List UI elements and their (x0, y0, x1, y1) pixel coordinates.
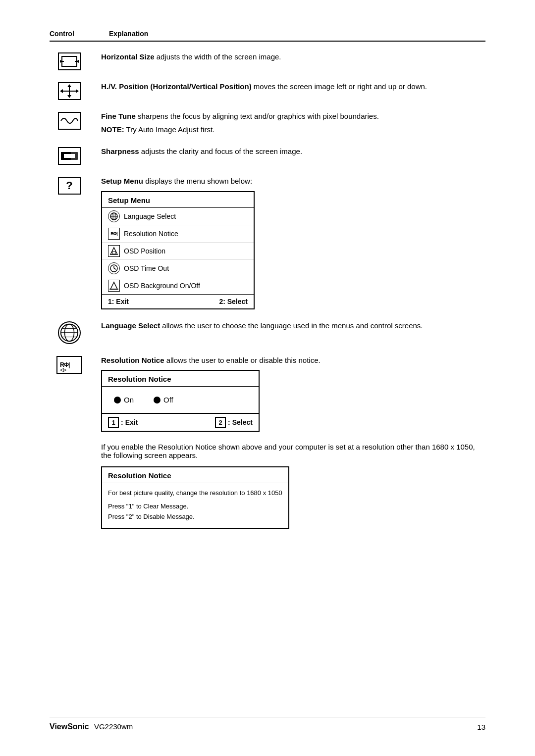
fine-tune-icon (58, 112, 81, 130)
row-fine-tune: Fine Tune sharpens the focus by aligning… (50, 111, 485, 135)
resolution-notice-box2-container: Resolution Notice For best picture quali… (101, 466, 485, 529)
resolution-notice-box2-title: Resolution Notice (102, 467, 288, 483)
svg-line-23 (114, 268, 116, 269)
svg-marker-8 (67, 95, 71, 98)
resolution-notice-box2: Resolution Notice For best picture quali… (101, 466, 289, 529)
footer-model: VG2230wm (94, 722, 133, 731)
svg-marker-9 (60, 89, 63, 93)
language-select-icon (58, 321, 81, 344)
fine-tune-text: Fine Tune sharpens the focus by aligning… (101, 111, 485, 135)
language-select-menu-icon (108, 210, 120, 222)
setup-menu-exit: 1: Exit (108, 298, 129, 305)
osd-timeout-label: OSD Time Out (124, 264, 169, 272)
off-label: Off (163, 396, 173, 404)
radio-off: Off (154, 396, 173, 404)
radio-dot-on (114, 397, 121, 403)
fine-tune-note: NOTE: Try Auto Image Adjust first. (101, 124, 485, 136)
language-select-label: Language Select (124, 212, 176, 220)
horizontal-size-icon (58, 52, 81, 70)
svg-marker-7 (67, 84, 71, 87)
setup-menu-item-language: Language Select (102, 208, 254, 225)
table-header: Control Explanation (50, 30, 485, 42)
select-btn: 2 : Select (215, 417, 253, 428)
exit-num: 1 (108, 417, 119, 428)
fine-tune-icon-cell (50, 111, 89, 130)
select-colon: : (228, 418, 230, 426)
resolution-notice-box: Resolution Notice On Off 1 : Exi (101, 370, 260, 432)
row-language-select: Language Select allows the user to choos… (50, 320, 485, 344)
svg-rect-0 (62, 56, 77, 66)
select-text: Select (232, 418, 253, 426)
resolution-box2-line3: Press "2" to Disable Message. (108, 512, 282, 522)
setup-menu-item-osd-timeout: OSD Time Out (102, 260, 254, 277)
resolution-notice-icon: RΦ| ◁▷ (56, 356, 82, 374)
footer-brand: ViewSonic (50, 722, 89, 731)
svg-rect-13 (64, 154, 75, 158)
radio-dot-off (154, 397, 160, 403)
osd-bg-menu-icon (108, 280, 120, 292)
svg-marker-10 (76, 89, 79, 93)
resolution-notice-menu-icon: RΦ| (108, 228, 120, 240)
row-setup-menu: ? Setup Menu displays the menu shown bel… (50, 176, 485, 309)
hv-position-text: H./V. Position (Horizontal/Vertical Posi… (101, 81, 485, 93)
row-resolution-notice: RΦ| ◁▷ Resolution Notice allows the user… (50, 355, 485, 432)
select-num: 2 (215, 417, 226, 428)
hv-position-icon (58, 82, 81, 100)
setup-menu-box-title: Setup Menu (102, 192, 254, 208)
setup-menu-item-osd-position: OSD Position (102, 243, 254, 260)
on-label: On (124, 396, 134, 404)
horizontal-size-text: Horizontal Size adjusts the width of the… (101, 51, 485, 63)
resolution-options: On Off (102, 387, 259, 413)
setup-menu-icon-cell: ? (50, 176, 89, 195)
svg-text:◁▷: ◁▷ (59, 367, 67, 372)
sharpness-icon (58, 147, 81, 165)
row-horizontal-size: Horizontal Size adjusts the width of the… (50, 51, 485, 70)
explanation-header: Explanation (109, 30, 148, 38)
exit-label: : (121, 418, 123, 426)
resolution-notice-box2-content: For best picture quality, change the res… (102, 483, 288, 528)
language-select-text: Language Select allows the user to choos… (101, 320, 485, 332)
resolution-notice-box-title: Resolution Notice (102, 371, 259, 387)
svg-marker-19 (110, 248, 117, 254)
svg-marker-24 (110, 282, 117, 289)
resolution-notice-icon-cell: RΦ| ◁▷ (50, 355, 89, 374)
row-hv-position: H./V. Position (Horizontal/Vertical Posi… (50, 81, 485, 100)
osd-timeout-menu-icon (108, 262, 120, 274)
resolution-box2-line1: For best picture quality, change the res… (108, 488, 282, 499)
resolution-paragraph: If you enable the Resolution Notice show… (101, 443, 485, 459)
setup-menu-text: Setup Menu displays the menu shown below… (101, 176, 485, 309)
setup-menu-item-resolution: RΦ| Resolution Notice (102, 225, 254, 243)
sharpness-icon-cell (50, 146, 89, 165)
footer-brand-model: ViewSonic VG2230wm (50, 722, 133, 731)
language-select-icon-cell (50, 320, 89, 344)
control-header: Control (50, 30, 89, 38)
hv-position-icon-cell (50, 81, 89, 100)
page-footer: ViewSonic VG2230wm 13 (50, 717, 485, 731)
setup-menu-select: 2: Select (219, 298, 248, 305)
resolution-box2-line2: Press "1" to Clear Message. (108, 502, 282, 512)
horizontal-size-icon-cell (50, 51, 89, 70)
osd-bg-label: OSD Background On/Off (124, 282, 200, 290)
setup-menu-box: Setup Menu Language Select (101, 191, 255, 309)
page-container: Control Explanation Horizontal Size adju… (0, 0, 535, 756)
osd-position-menu-icon (108, 245, 120, 257)
osd-position-label: OSD Position (124, 247, 165, 255)
sharpness-text: Sharpness adjusts the clarity and focus … (101, 146, 485, 157)
svg-text:?: ? (66, 179, 72, 192)
radio-on: On (114, 396, 134, 404)
page-number: 13 (477, 723, 485, 731)
setup-menu-footer: 1: Exit 2: Select (102, 294, 254, 308)
resolution-notice-label: Resolution Notice (124, 230, 178, 238)
exit-btn: 1 : Exit (108, 417, 138, 428)
setup-menu-icon: ? (58, 177, 81, 195)
resolution-notice-text: Resolution Notice allows the user to ena… (101, 355, 485, 432)
exit-text: Exit (125, 418, 138, 426)
setup-menu-item-osd-bg: OSD Background On/Off (102, 277, 254, 294)
resolution-notice-footer: 1 : Exit 2 : Select (102, 413, 259, 431)
row-sharpness: Sharpness adjusts the clarity and focus … (50, 146, 485, 165)
svg-rect-20 (112, 252, 115, 254)
